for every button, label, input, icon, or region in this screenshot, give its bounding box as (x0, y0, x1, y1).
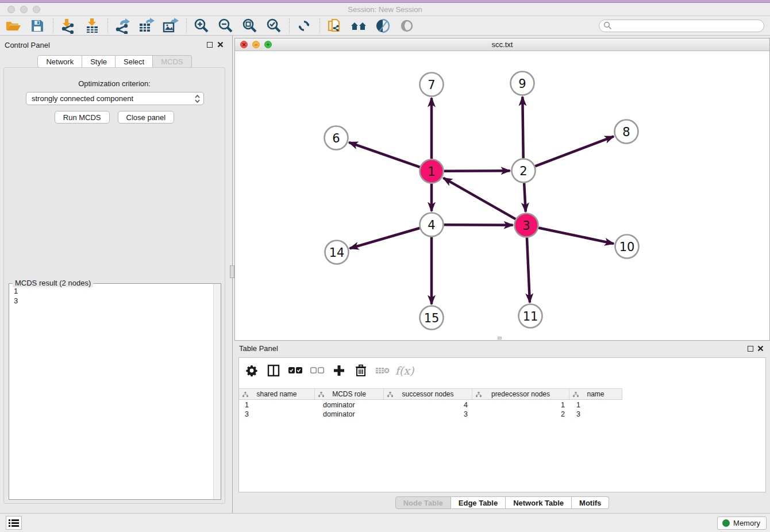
tab-network-table[interactable]: Network Table (506, 496, 572, 509)
edge-2-8[interactable] (535, 136, 614, 166)
edge-4-3[interactable] (444, 225, 513, 225)
network-view-window: ✕ − + scc.txt 7968124314101511 (234, 38, 770, 341)
toggle-column-view-icon[interactable] (265, 363, 282, 379)
save-session-icon[interactable] (29, 17, 46, 34)
column-header-MCDS-role[interactable]: MCDS role (315, 389, 384, 399)
result-scrollbar[interactable] (213, 284, 221, 499)
edge-2-3[interactable] (524, 183, 526, 211)
graph-node-1[interactable]: 1 (420, 160, 444, 183)
table-cell[interactable]: 3 (239, 410, 315, 419)
edge-3-11[interactable] (527, 237, 530, 302)
show-hide-graphics-icon[interactable] (398, 17, 415, 34)
memory-button[interactable]: Memory (717, 516, 767, 530)
graph-node-4[interactable]: 4 (420, 213, 444, 237)
tab-motifs[interactable]: Motifs (572, 496, 609, 509)
graph-node-9[interactable]: 9 (511, 72, 534, 95)
tab-edge-table[interactable]: Edge Table (451, 496, 506, 509)
duplicate-network-icon[interactable] (326, 17, 343, 34)
network-overview-icon[interactable] (350, 17, 367, 34)
tab-node-table[interactable]: Node Table (395, 496, 451, 509)
table-cell[interactable]: 2 (472, 410, 569, 419)
table-cell[interactable]: dominator (315, 410, 384, 419)
graph-node-8[interactable]: 8 (615, 120, 638, 144)
settings-gear-icon[interactable] (244, 363, 260, 379)
panel-splitter[interactable] (229, 36, 234, 513)
tab-network[interactable]: Network (37, 55, 82, 68)
edge-3-1[interactable] (443, 178, 515, 219)
column-header-name[interactable]: name (569, 389, 622, 399)
optimization-criterion-label: Optimization criterion: (4, 79, 225, 88)
table-cell[interactable]: 1 (472, 400, 569, 410)
table-cell[interactable]: 4 (384, 400, 472, 410)
graph-node-10[interactable]: 10 (615, 235, 639, 259)
network-canvas[interactable]: 7968124314101511 (235, 51, 769, 340)
application-window: Session: New Session (0, 0, 770, 532)
tab-select[interactable]: Select (116, 55, 153, 68)
column-header-shared-name[interactable]: shared name (239, 389, 315, 399)
svg-text:9: 9 (518, 77, 526, 91)
zoom-selected-icon[interactable] (265, 17, 282, 34)
zoom-fit-icon[interactable] (241, 17, 258, 34)
search-input[interactable] (599, 20, 764, 32)
task-list-button[interactable] (6, 516, 22, 530)
add-row-icon[interactable] (331, 363, 347, 379)
graph-node-6[interactable]: 6 (325, 126, 348, 150)
control-panel-close-icon[interactable] (217, 41, 224, 48)
mcds-panel: Optimization criterion: strongly connect… (3, 67, 225, 504)
graph-node-3[interactable]: 3 (515, 214, 538, 237)
import-table-icon[interactable] (83, 17, 101, 34)
svg-text:15: 15 (424, 311, 440, 325)
main-toolbar (0, 16, 770, 36)
network-resize-handle[interactable] (498, 337, 502, 340)
edge-4-14[interactable] (350, 228, 420, 248)
node-table: f(x) shared nameMCDS rolesuccessor nodes… (238, 357, 766, 492)
edge-2-9[interactable] (522, 97, 523, 158)
open-session-icon[interactable] (5, 17, 22, 34)
zoom-in-icon[interactable] (192, 17, 210, 34)
edge-3-10[interactable] (538, 228, 614, 244)
apply-layout-icon[interactable] (295, 17, 313, 34)
table-header-row: shared nameMCDS rolesuccessor nodesprede… (239, 388, 622, 400)
graph-node-11[interactable]: 11 (519, 304, 542, 328)
deselect-all-icon[interactable] (309, 363, 325, 379)
svg-text:10: 10 (619, 240, 635, 254)
zoom-out-icon[interactable] (217, 17, 234, 34)
memory-label: Memory (733, 519, 760, 527)
optimization-criterion-dropdown[interactable]: strongly connected component (26, 92, 204, 105)
toggle-style-icon[interactable] (374, 17, 391, 34)
graph-node-2[interactable]: 2 (512, 159, 536, 183)
tab-mcds[interactable]: MCDS (153, 55, 191, 68)
export-table-icon[interactable] (138, 17, 155, 34)
table-cell[interactable]: 1 (569, 400, 622, 410)
graph-node-14[interactable]: 14 (325, 241, 349, 264)
edge-1-2[interactable] (444, 171, 510, 171)
table-row[interactable]: 3dominator323 (239, 410, 765, 419)
table-cell[interactable]: 3 (569, 410, 622, 419)
column-header-predecessor-nodes[interactable]: predecessor nodes (472, 389, 569, 399)
toolbar-separator (289, 18, 290, 33)
export-image-icon[interactable] (162, 17, 179, 34)
control-panel-float-icon[interactable] (207, 42, 213, 48)
import-network-icon[interactable] (59, 17, 76, 34)
splitter-handle[interactable] (230, 265, 234, 278)
export-network-icon[interactable] (114, 17, 131, 34)
window-title: Session: New Session (0, 5, 770, 14)
column-header-successor-nodes[interactable]: successor nodes (384, 389, 472, 399)
table-row[interactable]: 1dominator411 (239, 400, 765, 410)
graph-node-15[interactable]: 15 (420, 306, 444, 330)
close-panel-button[interactable]: Close panel (118, 111, 175, 124)
search-icon (603, 21, 612, 30)
svg-text:14: 14 (329, 246, 345, 260)
run-mcds-button[interactable]: Run MCDS (55, 111, 110, 124)
table-panel-close-icon[interactable] (757, 345, 764, 352)
tab-style[interactable]: Style (82, 55, 116, 68)
table-panel-float-icon[interactable] (748, 346, 753, 352)
table-cell[interactable]: 1 (239, 400, 315, 410)
select-all-icon[interactable] (287, 363, 303, 379)
edge-1-6[interactable] (349, 142, 420, 167)
table-cell[interactable]: 3 (384, 410, 472, 419)
graph-node-7[interactable]: 7 (420, 73, 444, 97)
delete-row-icon[interactable] (353, 363, 369, 379)
table-cell[interactable]: dominator (315, 400, 384, 410)
network-window-titlebar[interactable]: ✕ − + scc.txt (235, 38, 769, 51)
